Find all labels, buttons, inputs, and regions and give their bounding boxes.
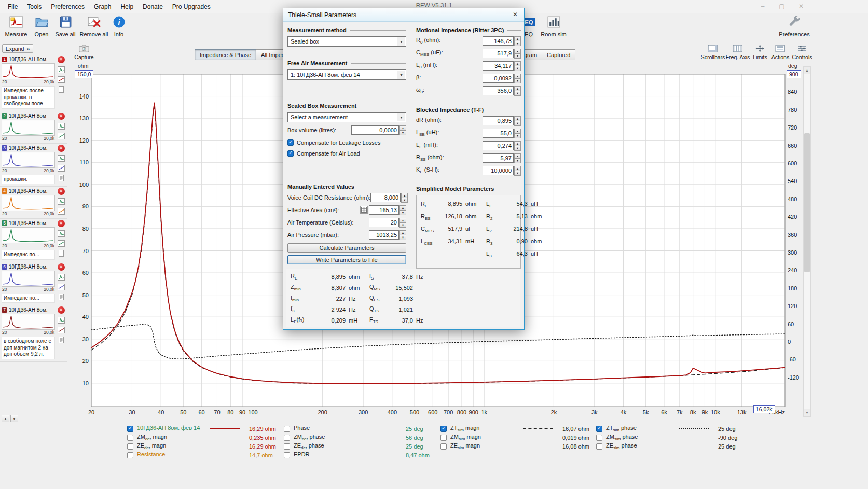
spinner-arrows-icon[interactable]: ▲▼ (399, 205, 406, 215)
free-air-measurement-select[interactable]: 1: 10ГД36-АН 8ом. фев 14▼ (287, 69, 406, 80)
right-axis-limit-box[interactable]: 900 (787, 70, 801, 78)
menu-preferences[interactable]: Preferences (46, 1, 89, 12)
save-all-button[interactable]: Save all (53, 15, 78, 37)
capture-button[interactable]: Capture (72, 45, 97, 60)
l0-spinner[interactable]: 34,117▲▼ (483, 61, 521, 71)
mini-chart-icon[interactable] (58, 317, 65, 324)
sealed-box-measurement-select[interactable]: Select a measurement▼ (287, 112, 406, 122)
legend-trace-name[interactable]: ZMder magn (136, 434, 208, 441)
limits-button[interactable]: Limits (750, 45, 770, 60)
spinner-arrows-icon[interactable]: ▲▼ (514, 36, 521, 46)
legend-checkbox[interactable] (127, 426, 133, 432)
actions-button[interactable]: Actions (770, 45, 791, 60)
menu-donate[interactable]: Donate (138, 1, 168, 12)
legend-checkbox[interactable] (440, 443, 447, 450)
legend-trace-name[interactable]: ZMsim phase (605, 434, 677, 441)
window-minimize-button[interactable]: – (755, 1, 770, 11)
room-sim-button[interactable]: Room sim (540, 15, 568, 37)
spinner-arrows-icon[interactable]: ▲▼ (514, 141, 521, 150)
legend-trace-name[interactable]: Resistance (136, 451, 208, 459)
notes-icon[interactable] (58, 250, 65, 257)
air-pressure-spinner[interactable]: 1013,25▲▼ (369, 230, 406, 240)
notes-icon[interactable] (58, 86, 65, 93)
measurement-item[interactable]: 5 10ГД36-АН 8ом. 2020,0k Импеданс по... … (0, 219, 67, 262)
trace-style-icon[interactable] (58, 327, 65, 333)
legend-checkbox[interactable] (127, 443, 133, 450)
measurement-thumbnail[interactable] (2, 120, 55, 136)
sidebar-scroll-up-icon[interactable]: ▲ (2, 415, 9, 422)
spinner-arrows-icon[interactable]: ▲▼ (514, 49, 521, 58)
measurement-thumbnail[interactable] (2, 314, 55, 330)
scrollbar-thumb[interactable] (804, 133, 810, 272)
window-maximize-button[interactable]: ▢ (774, 1, 790, 11)
spinner-arrows-icon[interactable]: ▲▼ (514, 74, 521, 83)
omega0-spinner[interactable]: 356,0▲▼ (483, 86, 521, 95)
legend-checkbox[interactable] (284, 435, 290, 441)
measurement-thumbnail[interactable] (2, 63, 55, 79)
left-axis-limit-box[interactable]: 150,0 (75, 70, 93, 78)
air-load-checkbox[interactable] (287, 150, 294, 157)
legend-trace-name[interactable]: ZTsim phase (605, 425, 677, 432)
le-spinner[interactable]: 0,274▲▼ (483, 141, 521, 150)
spinner-arrows-icon[interactable]: ▲▼ (399, 125, 406, 135)
spinner-arrows-icon[interactable]: ▲▼ (514, 153, 521, 163)
spinner-arrows-icon[interactable]: ▲▼ (401, 193, 408, 202)
graph-vertical-scrollbar[interactable]: ▲ ▼ (803, 66, 811, 417)
spinner-arrows-icon[interactable]: ▲▼ (514, 86, 521, 95)
close-icon[interactable]: ✕ (58, 263, 65, 271)
legend-checkbox[interactable] (440, 426, 447, 432)
trace-style-icon[interactable] (58, 76, 65, 83)
legend-checkbox[interactable] (127, 452, 133, 458)
menu-tools[interactable]: Tools (22, 1, 46, 12)
measurement-note[interactable]: в свободном поле с доп магнитом 2 на доп… (2, 337, 55, 359)
measurement-item[interactable]: 4 10ГД36-АН 8ом. 2020,0k ✕ (0, 187, 67, 219)
measurement-note[interactable]: Импеданс по... (2, 250, 55, 260)
menu-graph[interactable]: Graph (89, 1, 116, 12)
legend-trace-name[interactable]: ZMder phase (293, 434, 364, 441)
trace-style-icon[interactable] (58, 284, 65, 290)
measurement-item[interactable]: 3 10ГД36-АН 8ом. 2020,0k промазки. ✕ (0, 144, 67, 187)
spinner-arrows-icon[interactable]: ▲▼ (514, 129, 521, 138)
open-button[interactable]: Open (30, 15, 53, 37)
sidebar-scroll-down-icon[interactable]: ▼ (10, 415, 18, 422)
scroll-down-icon[interactable]: ▼ (804, 409, 810, 416)
ke-spinner[interactable]: 10,0000▲▼ (483, 166, 521, 175)
close-icon[interactable]: ✕ (58, 220, 65, 227)
dc-resistance-spinner[interactable]: 8,000▲▼ (370, 193, 408, 202)
measurement-thumbnail[interactable] (2, 227, 55, 243)
measurement-thumbnail[interactable] (2, 152, 55, 168)
spinner-arrows-icon[interactable]: ▲▼ (514, 61, 521, 71)
trace-style-icon[interactable] (58, 208, 65, 215)
window-close-button[interactable]: ✕ (793, 1, 809, 11)
trace-style-icon[interactable] (58, 240, 65, 247)
spinner-arrows-icon[interactable]: ▲▼ (399, 218, 406, 227)
close-icon[interactable]: ✕ (58, 188, 65, 195)
measurement-thumbnail[interactable] (2, 195, 55, 211)
beta-spinner[interactable]: 0,0092▲▼ (483, 74, 521, 83)
cmes-spinner[interactable]: 517,9▲▼ (483, 49, 521, 58)
legend-trace-name[interactable]: EPDR (293, 451, 364, 459)
effective-area-calculator-icon[interactable] (360, 206, 368, 214)
r0-spinner[interactable]: 146,73▲▼ (483, 36, 521, 46)
freq-axis-button[interactable]: Freq. Axis (725, 45, 750, 60)
notes-icon[interactable] (58, 294, 65, 300)
tab-impedance-phase[interactable]: Impedance & Phase (195, 49, 256, 60)
measurement-item[interactable]: 7 10ГД36-АН 8ом. 2020,0k в свободном пол… (0, 305, 67, 362)
legend-trace-name[interactable]: ZEsim magn (449, 442, 521, 450)
dialog-titlebar[interactable]: Thiele-Small Parameters – ✕ (283, 8, 524, 22)
remove-all-button[interactable]: Remove all (79, 15, 109, 37)
spinner-arrows-icon[interactable]: ▲▼ (514, 116, 521, 125)
scrollbars-button[interactable]: Scrollbars (700, 45, 725, 60)
legend-trace-name[interactable]: ZMsim magn (449, 434, 521, 441)
close-icon[interactable]: ✕ (58, 145, 65, 152)
measurement-item[interactable]: 2 10ГД36-АН 8ом 2020,0k ✕ (0, 111, 67, 144)
trace-style-icon[interactable] (58, 133, 65, 139)
dr-spinner[interactable]: 0,895▲▼ (483, 116, 521, 125)
menu-pro-upgrades[interactable]: Pro Upgrades (168, 1, 215, 12)
mini-chart-icon[interactable] (58, 274, 65, 281)
legend-checkbox[interactable] (596, 443, 602, 450)
menu-help[interactable]: Help (116, 1, 138, 12)
mini-chart-icon[interactable] (58, 230, 65, 237)
effective-area-spinner[interactable]: 165,13▲▼ (369, 205, 406, 215)
spinner-arrows-icon[interactable]: ▲▼ (514, 166, 521, 175)
